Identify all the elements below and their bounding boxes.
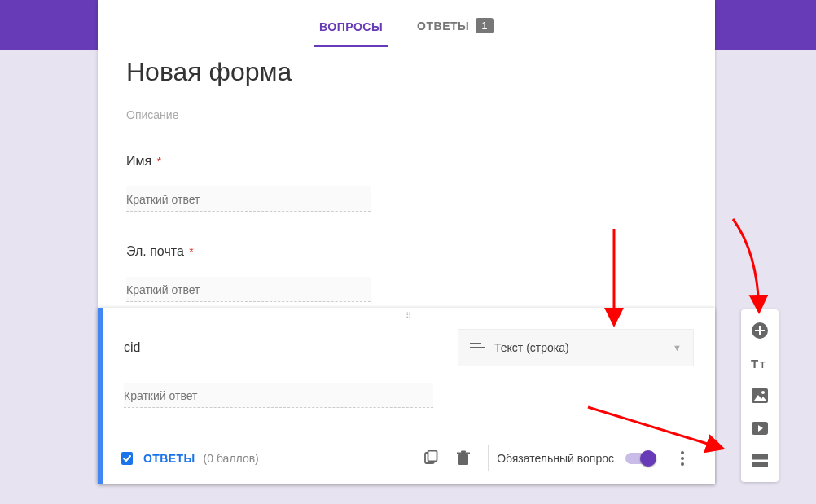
tab-questions[interactable]: ВОПРОСЫ: [314, 6, 388, 47]
svg-rect-16: [752, 388, 768, 403]
kebab-icon: [681, 451, 684, 466]
question-type-select[interactable]: Текст (строка) ▼: [458, 329, 694, 366]
question-label: Эл. почта: [126, 244, 184, 258]
short-answer-placeholder: [126, 277, 371, 302]
clipboard-check-icon: [119, 450, 135, 467]
required-toggle[interactable]: [625, 453, 655, 464]
image-icon: [752, 388, 768, 403]
side-toolbox: T T: [741, 309, 779, 482]
divider: [488, 445, 489, 471]
svg-text:T: T: [760, 360, 766, 370]
svg-point-10: [681, 462, 684, 466]
svg-point-9: [681, 457, 684, 460]
duplicate-button[interactable]: [415, 442, 447, 475]
required-toggle-label: Обязательный вопрос: [497, 452, 614, 465]
delete-button[interactable]: [447, 442, 480, 475]
add-title-button[interactable]: T T: [741, 347, 779, 379]
trash-icon: [456, 450, 471, 467]
short-answer-placeholder: [126, 186, 371, 212]
svg-rect-21: [752, 454, 768, 460]
form-title[interactable]: Новая форма: [126, 50, 687, 87]
svg-point-18: [761, 391, 765, 394]
short-text-icon: [470, 341, 485, 355]
active-question-card: ⠿ Текст (строка) ▼ ОТВЕТЫ (0 баллов): [98, 308, 715, 484]
add-video-button[interactable]: [741, 412, 779, 445]
tab-answers-badge: 1: [476, 18, 494, 33]
svg-rect-5: [458, 454, 468, 465]
toggle-knob: [640, 450, 656, 467]
svg-point-8: [681, 451, 684, 454]
tab-questions-label: ВОПРОСЫ: [319, 20, 383, 33]
form-body: Новая форма Описание Имя * Эл. почта *: [98, 50, 715, 302]
drag-handle-icon[interactable]: ⠿: [406, 311, 413, 320]
svg-rect-22: [752, 462, 768, 468]
tabs: ВОПРОСЫ ОТВЕТЫ 1: [98, 0, 715, 50]
question-block[interactable]: Имя *: [126, 154, 687, 212]
text-icon: T T: [751, 356, 769, 370]
answer-key-label: ОТВЕТЫ: [143, 452, 195, 465]
answer-key-button[interactable]: ОТВЕТЫ (0 баллов): [109, 444, 269, 473]
question-title-input[interactable]: [124, 334, 445, 362]
required-asterisk: *: [157, 155, 161, 168]
tab-answers[interactable]: ОТВЕТЫ 1: [412, 3, 498, 47]
add-image-button[interactable]: [741, 379, 779, 412]
question-type-label: Текст (строка): [494, 341, 569, 354]
question-label: Имя: [126, 154, 151, 168]
question-footer: ОТВЕТЫ (0 баллов) Обязательный вопрос: [103, 432, 715, 484]
required-asterisk: *: [189, 245, 193, 258]
question-block[interactable]: Эл. почта *: [126, 244, 687, 302]
svg-rect-4: [428, 450, 437, 461]
svg-rect-7: [461, 450, 466, 453]
form-card: ВОПРОСЫ ОТВЕТЫ 1 Новая форма Описание Им…: [98, 0, 715, 484]
chevron-down-icon: ▼: [673, 343, 682, 353]
add-question-button[interactable]: [741, 314, 779, 347]
svg-rect-13: [755, 330, 765, 331]
video-icon: [752, 422, 768, 435]
svg-text:T: T: [751, 357, 758, 370]
copy-icon: [423, 450, 439, 467]
tab-answers-label: ОТВЕТЫ: [417, 20, 469, 33]
short-answer-placeholder: [124, 383, 433, 408]
form-description[interactable]: Описание: [126, 108, 687, 121]
add-section-button[interactable]: [741, 445, 779, 477]
arrow-to-add-question: [733, 219, 759, 309]
answer-key-points: (0 баллов): [204, 452, 259, 465]
more-options-button[interactable]: [666, 442, 699, 475]
section-icon: [752, 454, 768, 467]
plus-circle-icon: [751, 322, 769, 340]
